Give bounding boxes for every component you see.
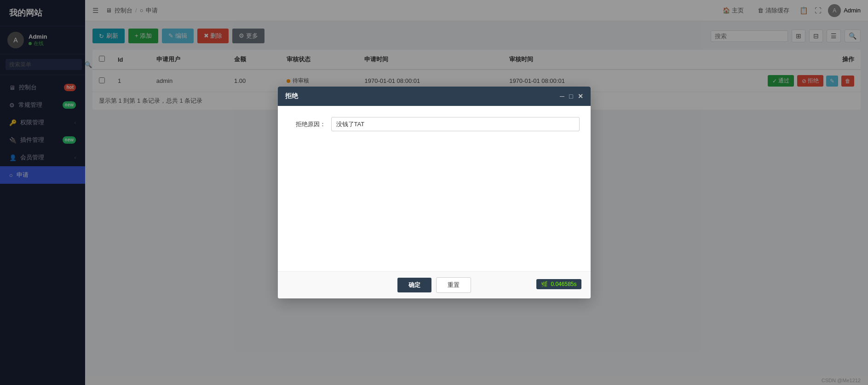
maximize-icon[interactable]: □ — [569, 93, 573, 100]
confirm-button[interactable]: 确定 — [397, 278, 431, 292]
modal-body: 拒绝原因： — [278, 106, 591, 271]
modal-overlay: 拒绝 ─ □ ✕ 拒绝原因： 确定 重置 🌿 0.046585s — [0, 0, 868, 385]
modal-header: 拒绝 ─ □ ✕ — [278, 87, 591, 106]
performance-value: 0.046585s — [551, 281, 576, 287]
reset-button[interactable]: 重置 — [436, 277, 471, 293]
minimize-icon[interactable]: ─ — [560, 93, 564, 100]
reject-modal: 拒绝 ─ □ ✕ 拒绝原因： 确定 重置 🌿 0.046585s — [278, 87, 591, 298]
performance-icon: 🌿 — [541, 281, 548, 287]
close-icon[interactable]: ✕ — [578, 93, 583, 100]
reject-reason-label: 拒绝原因： — [289, 117, 326, 128]
reject-reason-row: 拒绝原因： — [289, 117, 580, 131]
modal-title: 拒绝 — [285, 92, 298, 100]
performance-badge: 🌿 0.046585s — [536, 279, 581, 289]
reject-reason-input[interactable] — [331, 117, 580, 131]
